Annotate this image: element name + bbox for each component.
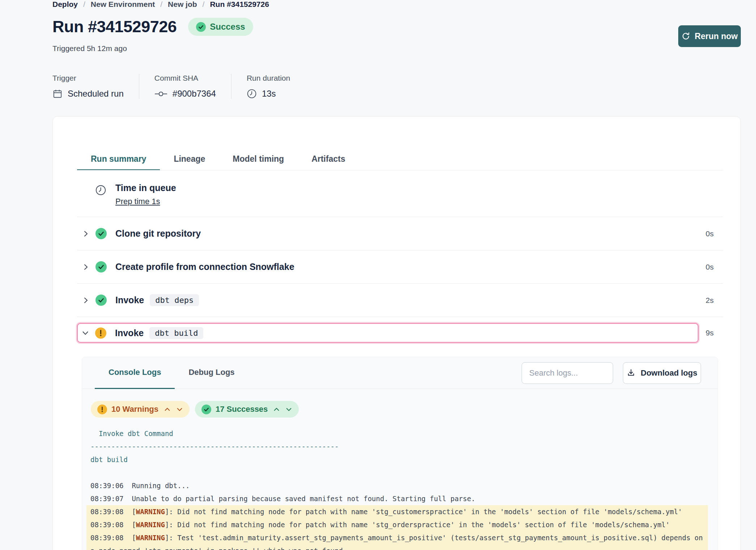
clock-icon	[247, 89, 257, 99]
selected-step-box[interactable]: Invokedbt build	[77, 323, 698, 343]
warning-tag: WARNING	[136, 534, 165, 542]
download-icon	[627, 368, 636, 377]
log-line: 08:39:08 [WARNING]: Test 'test.admin_mat…	[86, 531, 708, 550]
breadcrumb-separator: /	[203, 0, 205, 9]
log-line: 08:39:08 [WARNING]: Did not find matchin…	[86, 518, 708, 531]
meta-duration: Run duration 13s	[247, 74, 290, 99]
page-title: Run #341529726	[52, 17, 177, 36]
trigger-value: Scheduled run	[68, 89, 124, 99]
step-row[interactable]: Invokedbt build9s	[77, 317, 723, 349]
tab-divider	[77, 170, 723, 170]
log-tab-console-logs[interactable]: Console Logs	[95, 357, 175, 389]
breadcrumb-separator: /	[160, 0, 162, 9]
warning-icon	[97, 405, 107, 414]
log-header: Console LogsDebug Logs Download logs	[82, 357, 718, 389]
breadcrumb-item[interactable]: Deploy	[52, 0, 78, 9]
successes-badge-label: 17 Successes	[216, 405, 268, 414]
step-row[interactable]: Clone git repository0s	[77, 217, 723, 250]
search-logs-input[interactable]	[522, 362, 613, 384]
log-panel: Console LogsDebug Logs Download logs 10 …	[82, 357, 718, 550]
step-row[interactable]: Invokedbt deps2s	[77, 284, 723, 317]
step-label: Invokedbt build	[115, 327, 203, 339]
meta-trigger: Trigger Scheduled run	[52, 74, 124, 99]
warning-tag: WARNING	[136, 521, 165, 529]
log-line: dbt build	[90, 453, 708, 466]
success-check-icon	[95, 295, 107, 306]
step-label: Invokedbt deps	[115, 294, 199, 306]
warning-tag: WARNING	[136, 508, 165, 516]
tab-run-summary[interactable]: Run summary	[77, 148, 160, 170]
meta-divider	[231, 74, 232, 99]
queue-title: Time in queue	[115, 183, 176, 193]
status-badge-label: Success	[210, 22, 245, 32]
breadcrumb-separator: /	[83, 0, 85, 9]
run-summary-card: Run summaryLineageModel timingArtifacts …	[52, 116, 741, 550]
step-duration: 2s	[706, 296, 714, 305]
meta-divider	[139, 74, 139, 99]
log-line	[90, 466, 708, 479]
success-check-icon	[196, 22, 206, 32]
console-log-output: Invoke dbt Command----------------------…	[90, 427, 718, 550]
tab-bar: Run summaryLineageModel timingArtifacts	[77, 148, 359, 170]
step-duration: 0s	[706, 263, 714, 271]
step-duration: 9s	[706, 329, 714, 337]
breadcrumb-item[interactable]: New job	[168, 0, 197, 9]
log-line: 08:39:08 [WARNING]: Did not find matchin…	[86, 505, 708, 518]
chevron-down-icon[interactable]	[176, 406, 183, 413]
breadcrumb-item[interactable]: New Environment	[91, 0, 155, 9]
trigger-label: Trigger	[52, 74, 124, 82]
chevron-right-icon[interactable]	[82, 296, 90, 304]
step-label: Clone git repository	[115, 228, 201, 239]
log-badges: 10 Warnings 17 Successes	[91, 401, 718, 418]
log-tab-bar: Console LogsDebug Logs	[95, 357, 249, 389]
chevron-up-icon[interactable]	[164, 406, 171, 413]
tab-model-timing[interactable]: Model timing	[219, 148, 298, 170]
chevron-down-icon[interactable]	[81, 329, 89, 337]
refresh-icon	[681, 32, 690, 41]
success-check-icon	[201, 405, 211, 414]
steps-list: Clone git repository0sCreate profile fro…	[77, 217, 723, 349]
time-in-queue-section: Time in queue Prep time 1s	[95, 183, 176, 206]
triggered-timestamp: Triggered 5h 12m ago	[52, 44, 127, 53]
rerun-now-button[interactable]: Rerun now	[678, 25, 741, 47]
duration-label: Run duration	[247, 74, 290, 82]
step-command: dbt build	[149, 327, 203, 339]
warnings-badge-label: 10 Warnings	[111, 405, 158, 414]
run-meta: Trigger Scheduled run Commit SHA #900b73…	[52, 74, 290, 99]
download-logs-label: Download logs	[641, 368, 697, 378]
status-badge: Success	[188, 18, 253, 36]
warnings-badge[interactable]: 10 Warnings	[91, 401, 190, 418]
success-check-icon	[95, 228, 107, 239]
log-line: 08:39:07 Unable to do partial parsing be…	[90, 492, 708, 505]
chevron-right-icon[interactable]	[82, 263, 90, 271]
step-duration: 0s	[706, 229, 714, 238]
meta-commit: Commit SHA #900b7364	[154, 74, 216, 99]
log-tab-debug-logs[interactable]: Debug Logs	[175, 357, 248, 389]
calendar-icon	[52, 89, 63, 99]
step-command: dbt deps	[150, 294, 199, 306]
log-line: Invoke dbt Command	[90, 427, 708, 440]
commit-value: #900b7364	[173, 89, 216, 99]
chevron-up-icon[interactable]	[273, 406, 280, 413]
rerun-now-label: Rerun now	[695, 31, 738, 41]
tab-artifacts[interactable]: Artifacts	[298, 148, 359, 170]
duration-value: 13s	[262, 89, 276, 99]
breadcrumb-item[interactable]: Run #341529726	[210, 0, 269, 9]
successes-badge[interactable]: 17 Successes	[195, 401, 299, 418]
commit-icon	[154, 91, 167, 97]
download-logs-button[interactable]: Download logs	[623, 362, 701, 384]
commit-label: Commit SHA	[154, 74, 216, 82]
chevron-right-icon[interactable]	[82, 230, 90, 238]
log-line: ----------------------------------------…	[90, 440, 708, 453]
clock-icon	[95, 185, 106, 196]
prep-time-link[interactable]: Prep time 1s	[115, 197, 160, 206]
success-check-icon	[95, 261, 107, 272]
log-line: 08:39:06 Running dbt...	[90, 479, 708, 492]
step-row[interactable]: Create profile from connection Snowflake…	[77, 250, 723, 284]
chevron-down-icon[interactable]	[285, 406, 292, 413]
tab-lineage[interactable]: Lineage	[160, 148, 219, 170]
step-label: Create profile from connection Snowflake	[115, 262, 294, 272]
warning-icon	[95, 327, 106, 339]
title-row: Run #341529726 Success	[52, 17, 253, 36]
breadcrumb: Deploy/New Environment/New job/Run #3415…	[52, 0, 269, 9]
